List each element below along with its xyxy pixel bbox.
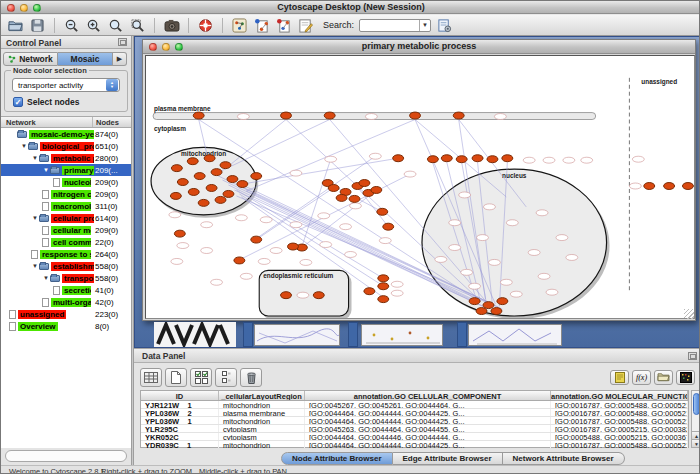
tree-expander-icon[interactable]: ▼: [42, 275, 50, 281]
network-node[interactable]: [469, 298, 480, 305]
tree-row-transport[interactable]: ▼transport558(0): [1, 272, 131, 284]
table-row-ydr039c__1[interactable]: YDR039C__1mitochondrion[GO:0044464, GO:0…: [141, 441, 688, 449]
column-header-id[interactable]: ID: [141, 391, 219, 400]
delete-attribute-trash-icon[interactable]: [240, 368, 262, 387]
tree-row-biological-process[interactable]: ▼biological_process651(0): [1, 140, 131, 152]
network-node[interactable]: [427, 156, 438, 163]
network-node[interactable]: [378, 275, 389, 282]
network-node[interactable]: [223, 190, 234, 197]
network-window-titlebar[interactable]: primary metabolic process: [143, 40, 695, 54]
network-node[interactable]: [198, 199, 209, 206]
network-canvas[interactable]: plasma membranecytoplasmmitochondrionnuc…: [145, 55, 695, 319]
network-node[interactable]: [371, 187, 382, 194]
zoom-out-icon[interactable]: [63, 17, 80, 34]
tree-column-nodes[interactable]: Nodes: [93, 117, 131, 127]
network-node[interactable]: [487, 156, 498, 163]
network-node[interactable]: [393, 155, 404, 162]
network-node[interactable]: [483, 302, 494, 309]
network-node[interactable]: [378, 296, 389, 303]
network-node[interactable]: [456, 156, 467, 163]
scroll-up-icon[interactable]: ▲: [692, 431, 700, 439]
network-edge[interactable]: [242, 158, 398, 184]
column-header-annotation-go-molecular-function[interactable]: annotation.GO MOLECULAR_FUNCTION: [551, 391, 688, 400]
tree-expander-icon[interactable]: ▼: [31, 155, 39, 161]
network-node[interactable]: [472, 155, 483, 162]
network-node[interactable]: [227, 176, 238, 183]
tree-expander-icon[interactable]: ▼: [31, 215, 39, 221]
network-node[interactable]: [281, 292, 292, 299]
notes-icon[interactable]: [610, 370, 629, 385]
network-view-window[interactable]: primary metabolic process plasma membran…: [142, 39, 696, 321]
tree-row-primary-metabo[interactable]: ▼primary metabo209(...: [1, 164, 131, 176]
help-lifesaver-icon[interactable]: [197, 17, 214, 34]
network-edge[interactable]: [217, 120, 330, 174]
network-node[interactable]: [664, 183, 675, 190]
network-node[interactable]: [476, 308, 487, 315]
minimized-window-thumbnail[interactable]: [361, 324, 443, 346]
network-node[interactable]: [441, 155, 452, 162]
tree-row-cellular-process[interactable]: ▼cellular process614(0): [1, 212, 131, 224]
tab-mosaic[interactable]: Mosaic: [58, 52, 113, 66]
network-node[interactable]: [328, 185, 339, 192]
tree-row-nitrogen-compo[interactable]: nitrogen compo209(0): [1, 188, 131, 200]
zoom-in-icon[interactable]: [85, 17, 102, 34]
network-node[interactable]: [206, 185, 217, 192]
new-attribute-icon[interactable]: [165, 368, 187, 387]
network-node[interactable]: [204, 155, 215, 162]
save-session-button[interactable]: [29, 17, 46, 34]
table-row-ykr052c[interactable]: YKR052Ccytoplasm[GO:0044464, GO:0044446,…: [141, 433, 688, 441]
column-header--cellularlayoutregion[interactable]: _cellularLayoutRegion: [219, 391, 305, 400]
column-header-annotation-go-cellular-component[interactable]: annotation.GO CELLULAR_COMPONENT: [305, 391, 551, 400]
network-node[interactable]: [288, 243, 299, 250]
network-overview-icon[interactable]: [231, 17, 248, 34]
network-edge[interactable]: [228, 120, 286, 167]
tab-network-attribute-browser[interactable]: Network Attribute Browser: [503, 452, 625, 465]
tree-expander-icon[interactable]: ▼: [31, 263, 39, 269]
table-row-yjr121w__1[interactable]: YJR121W__1mitochondrion[GO:0045267, GO:0…: [141, 401, 688, 409]
network-node[interactable]: [194, 173, 205, 180]
tabs-overflow-arrow-icon[interactable]: ▶: [113, 52, 127, 66]
tree-row-mosaic-demo-yeast[interactable]: mosaic-demo-yeast874(0): [1, 128, 131, 140]
import-attributes-folder-icon[interactable]: [654, 370, 673, 385]
table-scrollbar[interactable]: ▲ ▼: [691, 390, 700, 448]
network-node[interactable]: [193, 112, 204, 119]
table-row-ypl036w__1[interactable]: YPL036W__1mitochondrion[GO:0044464, GO:0…: [141, 417, 688, 425]
network-node[interactable]: [251, 173, 262, 180]
float-panel-icon[interactable]: [688, 352, 697, 360]
tree-expander-icon[interactable]: ▼: [42, 167, 50, 173]
tab-node-attribute-browser[interactable]: Node Attribute Browser: [281, 452, 393, 465]
tree-row-cellular-metabol[interactable]: cellular metabol209(0): [1, 224, 131, 236]
network-node[interactable]: [453, 112, 464, 119]
tree-row-macromolecule[interactable]: macromolecule311(0): [1, 200, 131, 212]
vizmapper-edit-icon[interactable]: [275, 17, 292, 34]
tree-expander-icon[interactable]: ▼: [20, 143, 28, 149]
network-node[interactable]: [644, 183, 655, 190]
zoom-fit-icon[interactable]: [107, 17, 124, 34]
select-attributes-icon[interactable]: [190, 368, 212, 387]
network-node[interactable]: [237, 181, 248, 188]
attribute-matrix-icon[interactable]: [676, 370, 695, 385]
tree-row-nucleobase-[interactable]: nucleobase-209(0): [1, 176, 131, 188]
tab-edge-attribute-browser[interactable]: Edge Attribute Browser: [393, 452, 503, 465]
network-node[interactable]: [324, 112, 335, 119]
network-node[interactable]: [251, 236, 262, 243]
network-node[interactable]: [336, 194, 347, 201]
minimized-window-thumbnail[interactable]: [154, 322, 236, 347]
minimized-window-bar[interactable]: [457, 322, 467, 347]
network-node[interactable]: [177, 179, 188, 186]
search-input[interactable]: [360, 20, 419, 31]
tree-row-metabolic-process[interactable]: ▼metabolic process280(0): [1, 152, 131, 164]
tree-row-response-to-stimulu[interactable]: response to stimulu264(0): [1, 248, 131, 260]
search-dropdown-icon[interactable]: ▼: [419, 20, 430, 31]
search-combobox[interactable]: ▼: [359, 19, 431, 32]
resize-grip-icon[interactable]: [684, 309, 694, 319]
network-node[interactable]: [281, 112, 292, 119]
control-panel-scrollbar[interactable]: [5, 450, 127, 462]
network-node[interactable]: [220, 162, 231, 169]
table-row-ylr295c[interactable]: YLR295Ccytoplasm[GO:0045263, GO:0044464,…: [141, 425, 688, 433]
tree-column-network[interactable]: Network: [1, 117, 93, 127]
open-session-button[interactable]: [7, 17, 24, 34]
tree-row-establishment-of-lo[interactable]: ▼establishment of lo558(0): [1, 260, 131, 272]
scrollbar-thumb[interactable]: [693, 393, 700, 415]
network-node[interactable]: [491, 308, 502, 315]
